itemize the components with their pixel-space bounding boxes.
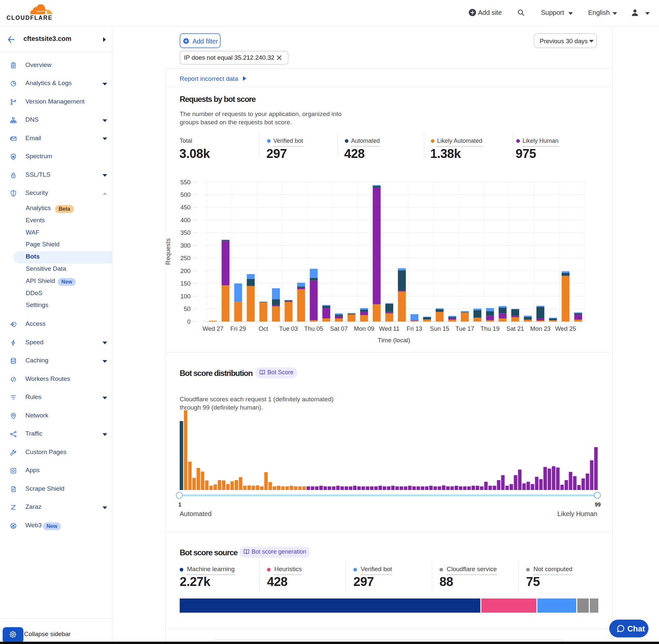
svg-text:350: 350 <box>180 229 191 236</box>
svg-text:300: 300 <box>180 242 191 249</box>
svg-text:Thu 19: Thu 19 <box>481 325 500 332</box>
svg-text:250: 250 <box>180 255 191 261</box>
svg-text:400: 400 <box>180 217 191 224</box>
svg-text:Tue 03: Tue 03 <box>279 325 298 332</box>
svg-text:50: 50 <box>184 305 191 312</box>
svg-text:Tue 17: Tue 17 <box>455 325 474 332</box>
svg-text:200: 200 <box>180 268 191 274</box>
svg-text:Mon 09: Mon 09 <box>354 325 375 332</box>
svg-text:Sat 21: Sat 21 <box>507 325 524 332</box>
svg-text:0: 0 <box>187 318 191 325</box>
svg-text:Wed 27: Wed 27 <box>203 325 223 332</box>
svg-text:Requests: Requests <box>165 238 171 265</box>
svg-text:450: 450 <box>180 204 191 211</box>
svg-text:550: 550 <box>180 179 191 186</box>
svg-text:Thu 05: Thu 05 <box>304 325 323 332</box>
svg-text:Sat 07: Sat 07 <box>330 325 348 332</box>
svg-text:150: 150 <box>180 280 191 287</box>
svg-text:Oct: Oct <box>258 325 268 332</box>
svg-text:100: 100 <box>180 293 191 300</box>
svg-text:Sun 15: Sun 15 <box>430 325 449 332</box>
svg-text:Fri 13: Fri 13 <box>407 325 422 332</box>
svg-text:Wed 11: Wed 11 <box>379 325 400 332</box>
svg-text:500: 500 <box>180 191 191 198</box>
svg-text:Mon 23: Mon 23 <box>530 325 550 332</box>
svg-text:Time (local): Time (local) <box>378 337 410 344</box>
svg-text:Wed 25: Wed 25 <box>555 325 576 332</box>
svg-text:Fri 29: Fri 29 <box>231 325 246 332</box>
